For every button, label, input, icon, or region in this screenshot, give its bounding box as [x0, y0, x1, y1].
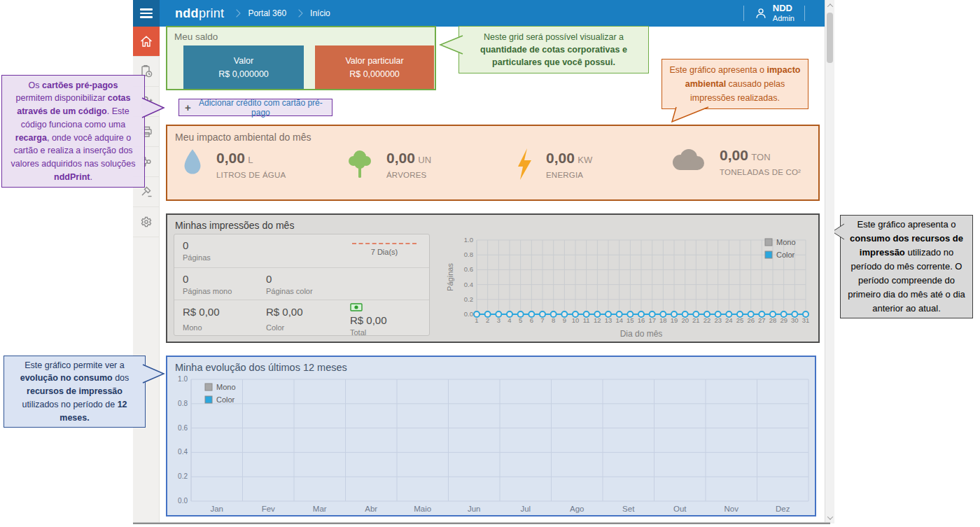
- stat-periodo: 7 Dia(s): [352, 243, 416, 256]
- impacto-item-co2: 0,00 TON TONELADAS DE CO²: [668, 147, 801, 176]
- hamburger-menu-icon[interactable]: [133, 0, 160, 27]
- impacto-label: ÁRVORES: [386, 171, 431, 179]
- window-bottom-edge: [133, 522, 830, 524]
- user-icon: [754, 6, 768, 20]
- plus-icon: +: [185, 102, 191, 113]
- stat-value: R$ 0,00: [183, 306, 220, 318]
- breadcrumb-portal360[interactable]: Portal 360: [248, 8, 286, 18]
- callout-text: Este gráfico apresenta o consumo dos rec…: [848, 218, 965, 316]
- stat-paginas-mono: 0 Páginas mono: [183, 273, 232, 295]
- stats-row: R$ 0,00 Mono R$ 0,00 Color R$ 0,00 Total: [174, 300, 429, 337]
- lightning-icon: [514, 147, 535, 182]
- add-credit-label: Adicionar crédito com cartão pré-pago: [195, 98, 326, 118]
- stat-custo-color: R$ 0,00 Color: [266, 306, 303, 332]
- scroll-up-arrow[interactable]: [825, 1, 835, 10]
- callout-consumo-mes: Este gráfico apresenta o consumo dos rec…: [840, 215, 973, 318]
- impacto-value: 0,00: [720, 147, 748, 163]
- cloud-icon: [668, 147, 708, 176]
- panel-title: Minha evolução dos últimos 12 meses: [175, 362, 347, 373]
- home-icon: [139, 34, 154, 49]
- panel-evolucao-12-meses: Minha evolução dos últimos 12 meses 0.00…: [166, 356, 816, 517]
- impacto-item-arvores: 0,00 UN ÁRVORES: [344, 147, 431, 182]
- callout-text: Neste grid será possível visualizar a qu…: [466, 31, 641, 69]
- stats-row: 0 Páginas mono 0 Páginas color: [174, 268, 429, 300]
- callout-text: Este gráfico apresenta o impacto ambient…: [669, 63, 801, 105]
- callout-evolucao-12m: Este gráfico permite ver a evolução no c…: [4, 356, 146, 428]
- svg-text:Nov: Nov: [724, 505, 739, 513]
- svg-text:0.8: 0.8: [464, 251, 473, 258]
- stat-value: 0: [183, 273, 232, 285]
- svg-text:0.0: 0.0: [464, 310, 473, 318]
- callout-text: Os cartões pré-pagos permitem disponibil…: [9, 79, 137, 184]
- stat-paginas-color: 0 Páginas color: [266, 273, 313, 295]
- callout-impacto-ambiental: Este gráfico apresenta o impacto ambient…: [662, 59, 808, 109]
- logo-bold: ndd: [175, 6, 199, 20]
- svg-text:Color: Color: [776, 251, 795, 259]
- scrollbar-thumb[interactable]: [827, 13, 833, 63]
- money-icon: [350, 303, 363, 311]
- svg-text:Jan: Jan: [210, 505, 223, 513]
- svg-text:Abr: Abr: [365, 505, 377, 513]
- impacto-value: 0,00: [216, 150, 245, 166]
- svg-text:0.8: 0.8: [178, 400, 188, 407]
- svg-text:1.0: 1.0: [178, 375, 188, 383]
- breadcrumb-inicio[interactable]: Início: [310, 8, 330, 18]
- svg-text:0.6: 0.6: [464, 265, 473, 273]
- gear-icon: [139, 214, 154, 230]
- callout-tail-right: [141, 361, 166, 386]
- daily-pages-chart: 0.00.20.40.60.81.01234567891011121314151…: [446, 233, 816, 339]
- panel-title: Meu impacto ambiental do mês: [175, 132, 312, 143]
- sidebar-item-home[interactable]: [133, 27, 160, 57]
- svg-text:Out: Out: [673, 505, 687, 513]
- callout-tail-right: [141, 94, 166, 122]
- water-drop-icon: [180, 147, 205, 182]
- svg-text:Jun: Jun: [468, 505, 481, 513]
- svg-text:Set: Set: [622, 505, 635, 513]
- vertical-scrollbar[interactable]: [825, 0, 834, 524]
- user-menu[interactable]: NDD Admin: [754, 3, 794, 23]
- nddprint-logo: nddprint: [175, 6, 224, 21]
- monthly-evolution-chart: 0.00.20.40.60.81.0JanFevMarAbrMaioJunJul…: [172, 374, 813, 517]
- svg-text:Color: Color: [216, 395, 235, 404]
- impacto-value: 0,00: [546, 150, 575, 166]
- impressoes-stats: 0 Páginas 7 Dia(s) 0 Páginas mono 0 Pági…: [174, 234, 430, 336]
- impacto-unit: UN: [418, 155, 431, 165]
- sidebar-item-settings[interactable]: [133, 207, 160, 237]
- stat-label: Total: [350, 328, 387, 337]
- dashed-line: [352, 243, 416, 244]
- svg-text:Jul: Jul: [520, 505, 531, 513]
- svg-text:Dez: Dez: [776, 505, 790, 513]
- stat-custo-total: R$ 0,00 Total: [350, 302, 387, 337]
- breadcrumb-chevron-icon: [295, 9, 302, 17]
- svg-text:Fev: Fev: [262, 505, 275, 513]
- scroll-down-arrow[interactable]: [825, 513, 835, 523]
- stat-label: Color: [266, 323, 303, 332]
- stat-paginas: 0 Páginas: [183, 239, 211, 262]
- svg-text:0.0: 0.0: [178, 497, 188, 505]
- svg-text:Páginas: Páginas: [446, 263, 454, 291]
- impacto-unit: TON: [751, 152, 770, 162]
- callout-saldo-grid: Neste grid será possível visualizar a qu…: [458, 26, 649, 73]
- topbar-divider: [743, 6, 744, 21]
- user-name: NDD: [773, 3, 794, 14]
- saldo-card-valor-particular: Valor particular R$ 0,000000: [315, 45, 434, 89]
- saldo-card-valor: Valor R$ 0,000000: [183, 45, 304, 89]
- add-credit-button[interactable]: + Adicionar crédito com cartão pré-pago: [178, 99, 332, 116]
- svg-text:Maio: Maio: [414, 505, 431, 513]
- svg-text:Mono: Mono: [216, 383, 236, 391]
- top-bar: nddprint Portal 360 Início NDD Admin: [133, 0, 825, 27]
- svg-text:Mono: Mono: [776, 238, 796, 246]
- logo-light: print: [199, 6, 225, 20]
- panel-meu-saldo: Meu saldo Valor R$ 0,000000 Valor partic…: [166, 26, 436, 90]
- stat-value: 0: [183, 239, 211, 251]
- panel-impacto-ambiental: Meu impacto ambiental do mês 0,00 L LITR…: [166, 125, 820, 201]
- user-role: Admin: [773, 14, 794, 23]
- panel-title: Minhas impressões do mês: [175, 220, 294, 231]
- callout-prepaid-cards: Os cartões pré-pagos permitem disponibil…: [1, 75, 145, 188]
- stat-label: Páginas: [183, 253, 211, 262]
- stat-label: Páginas color: [266, 287, 313, 295]
- impacto-unit: L: [248, 155, 253, 165]
- stats-row: 0 Páginas 7 Dia(s): [174, 234, 429, 268]
- impacto-value: 0,00: [386, 150, 415, 166]
- stat-label: Mono: [183, 323, 220, 332]
